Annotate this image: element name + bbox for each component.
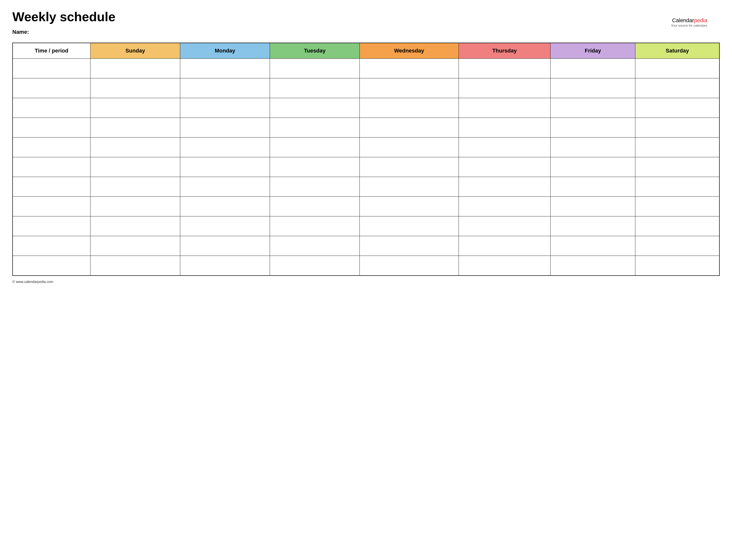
header-sunday: Sunday <box>90 43 180 59</box>
table-cell[interactable] <box>13 59 90 78</box>
table-cell[interactable] <box>635 256 719 276</box>
table-cell[interactable] <box>270 78 360 98</box>
table-cell[interactable] <box>90 59 180 78</box>
table-cell[interactable] <box>459 138 551 157</box>
table-cell[interactable] <box>90 157 180 177</box>
table-cell[interactable] <box>360 256 459 276</box>
table-cell[interactable] <box>13 256 90 276</box>
table-cell[interactable] <box>360 138 459 157</box>
header-thursday: Thursday <box>459 43 551 59</box>
table-cell[interactable] <box>551 78 635 98</box>
table-cell[interactable] <box>635 118 719 138</box>
table-cell[interactable] <box>459 216 551 236</box>
logo-text: Calendarpedia <box>671 17 707 24</box>
table-cell[interactable] <box>635 78 719 98</box>
table-cell[interactable] <box>13 197 90 216</box>
table-cell[interactable] <box>459 157 551 177</box>
table-cell[interactable] <box>180 177 270 197</box>
table-cell[interactable] <box>90 197 180 216</box>
table-cell[interactable] <box>551 157 635 177</box>
header-row: Time / period Sunday Monday Tuesday Wedn… <box>13 43 719 59</box>
table-cell[interactable] <box>180 78 270 98</box>
table-cell[interactable] <box>459 59 551 78</box>
table-cell[interactable] <box>635 177 719 197</box>
table-cell[interactable] <box>635 98 719 118</box>
table-cell[interactable] <box>13 78 90 98</box>
table-cell[interactable] <box>635 236 719 256</box>
table-cell[interactable] <box>360 157 459 177</box>
table-cell[interactable] <box>459 177 551 197</box>
table-cell[interactable] <box>270 157 360 177</box>
table-cell[interactable] <box>459 118 551 138</box>
table-cell[interactable] <box>635 216 719 236</box>
table-cell[interactable] <box>459 78 551 98</box>
table-cell[interactable] <box>551 236 635 256</box>
header-tuesday: Tuesday <box>270 43 360 59</box>
table-cell[interactable] <box>551 216 635 236</box>
table-cell[interactable] <box>270 118 360 138</box>
table-cell[interactable] <box>551 197 635 216</box>
table-cell[interactable] <box>13 157 90 177</box>
table-cell[interactable] <box>360 98 459 118</box>
table-cell[interactable] <box>180 98 270 118</box>
table-cell[interactable] <box>551 98 635 118</box>
table-cell[interactable] <box>360 177 459 197</box>
table-cell[interactable] <box>459 256 551 276</box>
table-cell[interactable] <box>180 59 270 78</box>
table-cell[interactable] <box>180 138 270 157</box>
table-cell[interactable] <box>180 256 270 276</box>
table-row <box>13 256 719 276</box>
table-cell[interactable] <box>551 177 635 197</box>
table-cell[interactable] <box>270 177 360 197</box>
table-cell[interactable] <box>360 118 459 138</box>
table-cell[interactable] <box>180 216 270 236</box>
table-cell[interactable] <box>551 118 635 138</box>
table-cell[interactable] <box>90 78 180 98</box>
table-cell[interactable] <box>459 236 551 256</box>
table-cell[interactable] <box>90 256 180 276</box>
table-cell[interactable] <box>635 197 719 216</box>
table-cell[interactable] <box>360 236 459 256</box>
table-cell[interactable] <box>13 216 90 236</box>
table-row <box>13 59 719 78</box>
table-cell[interactable] <box>13 138 90 157</box>
table-cell[interactable] <box>13 177 90 197</box>
table-cell[interactable] <box>180 118 270 138</box>
table-cell[interactable] <box>270 256 360 276</box>
header-monday: Monday <box>180 43 270 59</box>
table-cell[interactable] <box>635 138 719 157</box>
logo-subtitle: Your source for calendars <box>671 24 707 27</box>
table-cell[interactable] <box>90 98 180 118</box>
table-cell[interactable] <box>270 236 360 256</box>
table-cell[interactable] <box>90 216 180 236</box>
table-cell[interactable] <box>13 98 90 118</box>
table-cell[interactable] <box>90 236 180 256</box>
table-cell[interactable] <box>270 216 360 236</box>
table-cell[interactable] <box>270 59 360 78</box>
table-cell[interactable] <box>459 98 551 118</box>
table-cell[interactable] <box>360 216 459 236</box>
table-cell[interactable] <box>459 197 551 216</box>
table-cell[interactable] <box>270 98 360 118</box>
table-cell[interactable] <box>270 138 360 157</box>
table-cell[interactable] <box>13 118 90 138</box>
table-cell[interactable] <box>635 59 719 78</box>
header-saturday: Saturday <box>635 43 719 59</box>
table-cell[interactable] <box>90 177 180 197</box>
table-cell[interactable] <box>180 236 270 256</box>
table-cell[interactable] <box>270 197 360 216</box>
table-cell[interactable] <box>180 157 270 177</box>
table-cell[interactable] <box>90 138 180 157</box>
table-row <box>13 78 719 98</box>
table-cell[interactable] <box>180 197 270 216</box>
table-cell[interactable] <box>360 59 459 78</box>
table-cell[interactable] <box>360 197 459 216</box>
table-cell[interactable] <box>635 157 719 177</box>
table-cell[interactable] <box>13 236 90 256</box>
table-row <box>13 157 719 177</box>
table-cell[interactable] <box>90 118 180 138</box>
table-cell[interactable] <box>551 138 635 157</box>
table-cell[interactable] <box>551 256 635 276</box>
table-cell[interactable] <box>360 78 459 98</box>
table-cell[interactable] <box>551 59 635 78</box>
